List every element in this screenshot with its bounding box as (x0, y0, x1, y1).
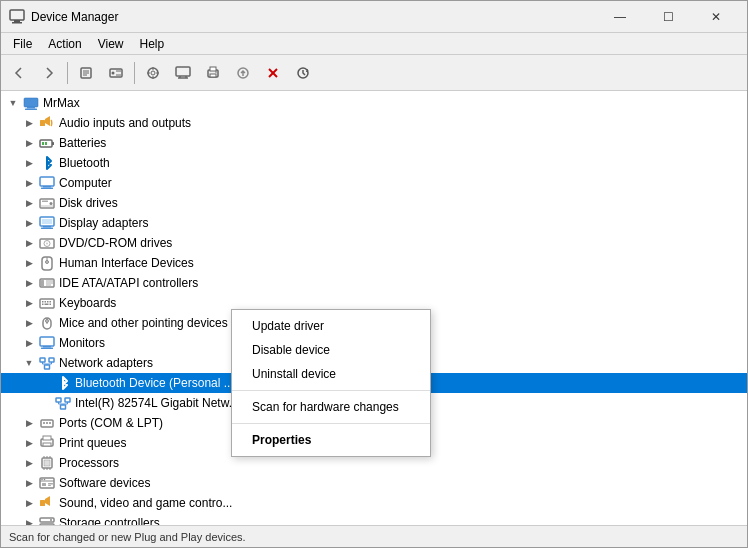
computer-label: Computer (59, 176, 112, 190)
tree-item-batteries[interactable]: ▶ Batteries (1, 133, 747, 153)
svg-rect-29 (24, 98, 38, 107)
tree-item-software[interactable]: ▶ Software devices (1, 473, 747, 493)
bluetooth-device-expand (37, 375, 53, 391)
minimize-button[interactable]: — (597, 4, 643, 30)
display-expand[interactable]: ▶ (21, 215, 37, 231)
storage-label: Storage controllers (59, 516, 160, 525)
dvd-expand[interactable]: ▶ (21, 235, 37, 251)
svg-rect-62 (47, 301, 49, 303)
scan-button[interactable] (139, 59, 167, 87)
svg-rect-108 (48, 485, 51, 486)
context-menu-scan-hardware[interactable]: Scan for hardware changes (232, 395, 430, 419)
driver-button[interactable] (102, 59, 130, 87)
menu-help[interactable]: Help (132, 33, 173, 54)
menu-view[interactable]: View (90, 33, 132, 54)
scan-changes-button[interactable] (289, 59, 317, 87)
tree-root[interactable]: ▼ MrMax (1, 93, 747, 113)
device-tree[interactable]: ▼ MrMax ▶ (1, 91, 747, 525)
batteries-label: Batteries (59, 136, 106, 150)
software-expand[interactable]: ▶ (21, 475, 37, 491)
svg-rect-82 (61, 405, 66, 409)
network-expand[interactable]: ▼ (21, 355, 37, 371)
svg-rect-72 (41, 348, 53, 350)
tree-item-storage[interactable]: ▶ Storage controllers (1, 513, 747, 525)
root-icon (23, 95, 39, 111)
keyboards-expand[interactable]: ▶ (21, 295, 37, 311)
storage-icon (39, 515, 55, 525)
content-area: ▼ MrMax ▶ (1, 91, 747, 525)
diskdrives-expand[interactable]: ▶ (21, 195, 37, 211)
monitor-button[interactable] (169, 59, 197, 87)
tree-item-computer[interactable]: ▶ Computer (1, 173, 747, 193)
toolbar-sep-2 (134, 62, 135, 84)
print-button[interactable] (199, 59, 227, 87)
svg-rect-60 (42, 301, 44, 303)
batteries-expand[interactable]: ▶ (21, 135, 37, 151)
bluetooth-expand[interactable]: ▶ (21, 155, 37, 171)
tree-item-ide[interactable]: ▶ IDE ATA/ATAPI controllers (1, 273, 747, 293)
context-menu-properties[interactable]: Properties (232, 428, 430, 452)
monitors-expand[interactable]: ▶ (21, 335, 37, 351)
svg-rect-22 (210, 67, 216, 71)
menu-action[interactable]: Action (40, 33, 89, 54)
properties-button[interactable] (72, 59, 100, 87)
menu-file[interactable]: File (5, 33, 40, 54)
update-driver-button[interactable] (229, 59, 257, 87)
processors-icon (39, 455, 55, 471)
window-controls: — ☐ ✕ (597, 4, 739, 30)
svg-point-105 (44, 479, 46, 481)
processors-expand[interactable]: ▶ (21, 455, 37, 471)
svg-point-24 (215, 71, 217, 73)
close-button[interactable]: ✕ (693, 4, 739, 30)
network-label: Network adapters (59, 356, 153, 370)
svg-rect-64 (42, 304, 44, 306)
ide-expand[interactable]: ▶ (21, 275, 37, 291)
computer-expand[interactable]: ▶ (21, 175, 37, 191)
tree-item-hid[interactable]: ▶ Human Interface Devices (1, 253, 747, 273)
back-button[interactable] (5, 59, 33, 87)
svg-rect-66 (50, 304, 52, 306)
hid-expand[interactable]: ▶ (21, 255, 37, 271)
dvd-label: DVD/CD-ROM drives (59, 236, 172, 250)
dvd-icon (39, 235, 55, 251)
svg-rect-46 (41, 228, 53, 230)
software-icon (39, 475, 55, 491)
storage-expand[interactable]: ▶ (21, 515, 37, 525)
mice-icon (39, 315, 55, 331)
svg-rect-70 (40, 337, 54, 346)
svg-rect-17 (176, 67, 190, 76)
mice-expand[interactable]: ▶ (21, 315, 37, 331)
tree-item-audio[interactable]: ▶ Audio inputs and outputs (1, 113, 747, 133)
svg-point-88 (43, 422, 45, 424)
svg-rect-111 (40, 524, 54, 525)
svg-point-90 (49, 422, 51, 424)
svg-rect-36 (45, 142, 47, 145)
context-menu-disable-device[interactable]: Disable device (232, 338, 430, 362)
sound-label: Sound, video and game contro... (59, 496, 232, 510)
tree-item-dvd[interactable]: ▶ DVD/CD-ROM drives (1, 233, 747, 253)
svg-rect-1 (14, 20, 20, 22)
root-expand[interactable]: ▼ (5, 95, 21, 111)
tree-item-diskdrives[interactable]: ▶ Disk drives (1, 193, 747, 213)
mice-label: Mice and other pointing devices (59, 316, 228, 330)
sound-icon (39, 495, 55, 511)
sound-expand[interactable]: ▶ (21, 495, 37, 511)
audio-expand[interactable]: ▶ (21, 115, 37, 131)
svg-point-89 (46, 422, 48, 424)
svg-rect-23 (210, 74, 216, 77)
keyboards-label: Keyboards (59, 296, 116, 310)
svg-rect-35 (42, 142, 44, 145)
svg-rect-93 (43, 443, 51, 446)
tree-item-sound[interactable]: ▶ Sound, video and game contro... (1, 493, 747, 513)
printqueues-expand[interactable]: ▶ (21, 435, 37, 451)
context-menu-update-driver[interactable]: Update driver (232, 314, 430, 338)
intel-nic-icon (55, 395, 71, 411)
maximize-button[interactable]: ☐ (645, 4, 691, 30)
context-menu-uninstall-device[interactable]: Uninstall device (232, 362, 430, 386)
tree-item-bluetooth[interactable]: ▶ Bluetooth (1, 153, 747, 173)
audio-icon (39, 115, 55, 131)
forward-button[interactable] (35, 59, 63, 87)
remove-button[interactable] (259, 59, 287, 87)
ports-expand[interactable]: ▶ (21, 415, 37, 431)
tree-item-display[interactable]: ▶ Display adapters (1, 213, 747, 233)
